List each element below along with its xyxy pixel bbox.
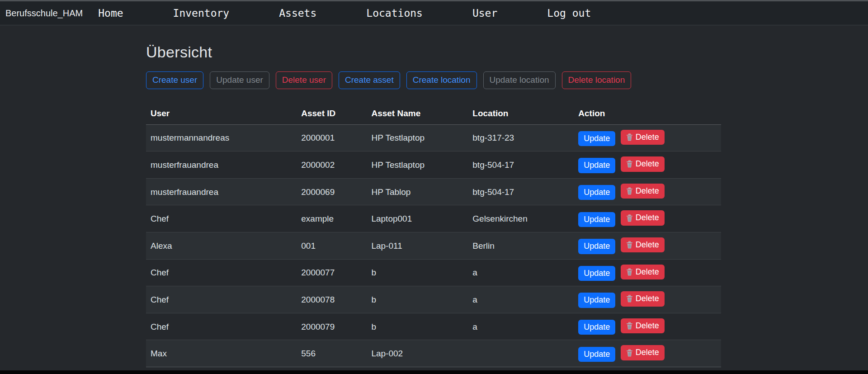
table-row: Chef example Laptop001 Gelsenkirchen Upd… — [146, 205, 721, 232]
column-header-asset-name: Asset Name — [367, 103, 468, 125]
cell-asset-name: Lap-002 — [367, 340, 468, 367]
update-location-button[interactable]: Update location — [483, 71, 556, 89]
cell-action: Update Delete — [574, 313, 721, 340]
asset-table-body: mustermannandreas 2000001 HP Testlaptop … — [146, 124, 721, 367]
table-row: musterfrauandrea 2000069 HP Tablop btg-5… — [146, 178, 721, 205]
delete-button[interactable]: Delete — [621, 156, 665, 171]
cell-asset-id: 001 — [297, 232, 367, 260]
cell-location: btg-504-17 — [468, 178, 574, 205]
delete-button-label: Delete — [636, 186, 659, 196]
cell-asset-id: 2000079 — [297, 313, 367, 340]
nav-item-home[interactable]: Home — [98, 7, 123, 19]
trash-icon — [626, 268, 633, 276]
cell-asset-id: 2000078 — [297, 286, 367, 313]
cell-location: a — [468, 286, 574, 313]
nav-item-logout[interactable]: Log out — [547, 7, 591, 19]
window-bottom-edge — [0, 370, 868, 374]
trash-icon — [626, 214, 633, 222]
delete-button-label: Delete — [636, 294, 659, 304]
trash-icon — [626, 295, 633, 303]
cell-asset-name: b — [367, 259, 468, 286]
cell-user: Chef — [146, 313, 297, 340]
table-row: Alexa 001 Lap-011 Berlin Update Delete — [146, 232, 721, 260]
trash-icon — [626, 241, 633, 249]
update-button[interactable]: Update — [578, 347, 615, 362]
delete-button[interactable]: Delete — [621, 318, 665, 333]
cell-user: mustermannandreas — [146, 124, 297, 151]
column-header-asset-id: Asset ID — [297, 103, 367, 125]
update-button[interactable]: Update — [578, 158, 615, 173]
column-header-action: Action — [574, 103, 721, 125]
cell-location — [468, 340, 574, 367]
cell-asset-name: Lap-011 — [367, 232, 468, 260]
page-title: Übersicht — [146, 43, 721, 61]
cell-action: Update Delete — [574, 232, 721, 260]
update-button[interactable]: Update — [578, 185, 615, 200]
cell-user: musterfrauandrea — [146, 178, 297, 205]
nav-item-inventory[interactable]: Inventory — [173, 7, 230, 19]
table-row: mustermannandreas 2000001 HP Testlaptop … — [146, 124, 721, 151]
delete-user-button[interactable]: Delete user — [276, 71, 332, 89]
delete-button-label: Delete — [636, 132, 659, 142]
table-row: Chef 2000079 b a Update Delete — [146, 313, 721, 340]
update-button[interactable]: Update — [578, 239, 615, 254]
cell-action: Update Delete — [574, 259, 721, 286]
cell-action: Update Delete — [574, 178, 721, 205]
main-content: Übersicht Create user Update user Delete… — [146, 43, 721, 367]
cell-action: Update Delete — [574, 205, 721, 232]
cell-asset-id: 556 — [297, 340, 367, 367]
cell-asset-id: 2000002 — [297, 151, 367, 179]
update-button[interactable]: Update — [578, 212, 615, 227]
cell-asset-name: HP Testlaptop — [367, 124, 468, 151]
cell-location: btg-317-23 — [468, 124, 574, 151]
update-button[interactable]: Update — [578, 131, 615, 146]
cell-user: Chef — [146, 259, 297, 286]
cell-user: musterfrauandrea — [146, 151, 297, 179]
trash-icon — [626, 133, 633, 141]
table-row: Chef 2000078 b a Update Delete — [146, 286, 721, 313]
cell-asset-name: Laptop001 — [367, 205, 468, 232]
asset-table: User Asset ID Asset Name Location Action… — [146, 103, 721, 367]
update-button[interactable]: Update — [578, 293, 615, 308]
delete-button-label: Delete — [636, 240, 659, 250]
column-header-location: Location — [468, 103, 574, 125]
update-button[interactable]: Update — [578, 320, 615, 335]
cell-asset-name: b — [367, 286, 468, 313]
cell-user: Alexa — [146, 232, 297, 260]
delete-button[interactable]: Delete — [621, 237, 665, 252]
delete-button[interactable]: Delete — [621, 345, 665, 360]
delete-button[interactable]: Delete — [621, 130, 665, 145]
cell-action: Update Delete — [574, 286, 721, 313]
column-header-user: User — [146, 103, 297, 125]
cell-location: a — [468, 313, 574, 340]
delete-button[interactable]: Delete — [621, 210, 665, 225]
cell-action: Update Delete — [574, 340, 721, 367]
trash-icon — [626, 322, 633, 330]
cell-asset-name: HP Tablop — [367, 178, 468, 205]
delete-button[interactable]: Delete — [621, 291, 665, 306]
update-button[interactable]: Update — [578, 266, 615, 281]
create-location-button[interactable]: Create location — [406, 71, 477, 89]
cell-location: a — [468, 259, 574, 286]
delete-button-label: Delete — [636, 159, 659, 169]
cell-user: Max — [146, 340, 297, 367]
update-user-button[interactable]: Update user — [210, 71, 269, 89]
nav-item-user[interactable]: User — [472, 7, 497, 19]
cell-location: Gelsenkirchen — [468, 205, 574, 232]
table-row: Max 556 Lap-002 Update Delete — [146, 340, 721, 367]
cell-asset-id: 2000001 — [297, 124, 367, 151]
cell-asset-id: 2000069 — [297, 178, 367, 205]
brand-link[interactable]: Berufsschule_HAM — [5, 8, 83, 19]
delete-location-button[interactable]: Delete location — [562, 71, 632, 89]
create-user-button[interactable]: Create user — [146, 71, 203, 89]
delete-button[interactable]: Delete — [621, 184, 665, 199]
delete-button[interactable]: Delete — [621, 265, 665, 279]
cell-asset-name: b — [367, 313, 468, 340]
delete-button-label: Delete — [636, 321, 659, 331]
cell-user: Chef — [146, 286, 297, 313]
delete-button-label: Delete — [636, 213, 659, 223]
nav-item-assets[interactable]: Assets — [279, 7, 316, 19]
nav-item-locations[interactable]: Locations — [366, 7, 423, 19]
cell-user: Chef — [146, 205, 297, 232]
create-asset-button[interactable]: Create asset — [339, 71, 400, 89]
